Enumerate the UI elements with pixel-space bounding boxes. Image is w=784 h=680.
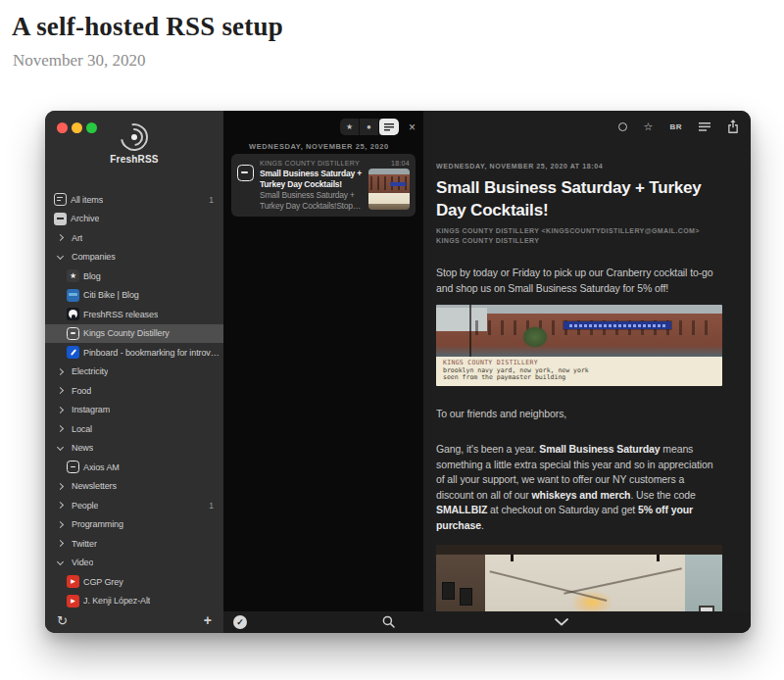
chevron-right-icon (57, 407, 64, 413)
article-content: WEDNESDAY, NOVEMBER 25, 2020 AT 18:04 Sm… (436, 111, 722, 611)
read-filter-segmented-control: ★ ● (340, 119, 399, 135)
search-icon[interactable] (382, 615, 395, 628)
bionic-reading-icon[interactable]: BR (669, 122, 682, 131)
app-name: FreshRSS (45, 154, 223, 165)
sidebar: FreshRSS All items 1 Archive Art Compani… (45, 111, 223, 633)
article-pane: ☆ BR WEDNESDAY, NOVEMBER 25, 2020 AT 18:… (423, 111, 751, 633)
item-title: Small Business Saturday + Turkey Day Coc… (260, 169, 364, 190)
star-article-icon[interactable]: ☆ (644, 121, 654, 132)
archive-icon (54, 213, 67, 225)
youtube-icon: ▶ (67, 575, 79, 588)
sidebar-folder-news[interactable]: News (45, 439, 223, 459)
favicon-dash-icon (67, 327, 79, 340)
refresh-button[interactable]: ↻ (57, 613, 68, 628)
chevron-right-icon (57, 387, 64, 394)
chevron-right-icon (57, 502, 64, 509)
chevron-down-icon (57, 559, 64, 565)
chevron-down-icon (57, 444, 64, 451)
article-author: KINGS COUNTY DISTILLERY <KINGSCOUNTYDIST… (436, 226, 722, 245)
sidebar-item-all-items[interactable]: All items 1 (45, 190, 223, 210)
app-window: FreshRSS All items 1 Archive Art Compani… (45, 111, 751, 633)
sidebar-folder-electricity[interactable]: Electricity (45, 363, 223, 382)
sidebar-folder-people[interactable]: People 1 (45, 496, 223, 515)
list-date-header: WEDNESDAY, NOVEMBER 25, 2020 (249, 142, 389, 151)
article-list-column: ★ ● × WEDNESDAY, NOVEMBER 25, 2020 KINGS… (223, 111, 423, 633)
article-paragraph: Stop by today or Friday to pick up our C… (436, 266, 722, 296)
sidebar-item-pinboard[interactable]: Pinboard - bookmarking for introverts (45, 343, 223, 363)
article-meta: WEDNESDAY, NOVEMBER 25, 2020 AT 18:04 (436, 163, 722, 170)
building-photo (436, 305, 722, 357)
unread-count: 1 (209, 501, 223, 510)
item-preview: Small Business Saturday + Turkey Day Coc… (260, 190, 364, 212)
filter-unread-button[interactable]: ● (360, 119, 379, 135)
article-title: Small Business Saturday + Turkey Day Coc… (436, 176, 722, 221)
sidebar-footer: ↻ + (45, 607, 223, 633)
sidebar-folder-companies[interactable]: Companies (45, 248, 223, 267)
sidebar-item-archive[interactable]: Archive (45, 210, 223, 229)
mark-unread-icon[interactable] (618, 122, 627, 131)
freshrss-logo-icon (121, 123, 148, 151)
sidebar-folder-video[interactable]: Video (45, 554, 223, 573)
sidebar-folder-local[interactable]: Local (45, 419, 223, 439)
pinboard-icon (67, 346, 79, 359)
youtube-icon: ▶ (67, 595, 79, 607)
content-bottom-bar: ✓ (223, 611, 751, 633)
app-brand: FreshRSS (45, 123, 223, 165)
sidebar-item-citi-bike[interactable]: Citi Bike | Blog (45, 286, 223, 306)
item-source: KINGS COUNTY DISTILLERY (260, 160, 360, 167)
share-icon[interactable] (727, 120, 739, 133)
sidebar-item-freshrss-releases[interactable]: FreshRSS releases (45, 305, 223, 324)
sidebar-folder-food[interactable]: Food (45, 381, 223, 401)
article-toolbar: ☆ BR (618, 120, 739, 133)
sidebar-folder-programming[interactable]: Programming (45, 515, 223, 535)
reader-view-icon[interactable] (699, 122, 710, 131)
star-icon: ★ (67, 269, 79, 282)
item-thumbnail (368, 169, 410, 210)
article-image-building: KINGS COUNTY DISTILLERY brooklyn navy ya… (436, 305, 722, 386)
mark-all-read-icon[interactable]: ✓ (233, 615, 247, 629)
article-list-item[interactable]: KINGS COUNTY DISTILLERY 18:04 Small Busi… (231, 154, 416, 217)
citibike-icon (67, 289, 79, 302)
distillery-sign (564, 321, 671, 329)
page-date: November 30, 2020 (13, 51, 146, 71)
chevron-right-icon (57, 425, 64, 432)
unread-count: 1 (209, 195, 223, 205)
chevron-right-icon (57, 234, 64, 241)
favicon-dash-icon (237, 165, 254, 181)
list-filter-toolbar: ★ ● × (340, 119, 418, 135)
article-greeting: To our friends and neighbors, (436, 407, 722, 422)
chevron-right-icon (57, 368, 64, 375)
close-list-button[interactable]: × (406, 121, 418, 133)
article-paragraph: Gang, it's been a year. Small Business S… (436, 442, 722, 533)
sidebar-folder-art[interactable]: Art (45, 228, 223, 248)
sidebar-item-cgp-grey[interactable]: ▶ CGP Grey (45, 572, 223, 592)
sidebar-folder-newsletters[interactable]: Newsletters (45, 477, 223, 497)
sidebar-item-blog[interactable]: ★ Blog (45, 267, 223, 286)
feed-icon (54, 193, 67, 206)
sidebar-folder-twitter[interactable]: Twitter (45, 534, 223, 554)
item-time: 18:04 (391, 160, 410, 167)
list-lines-icon (384, 123, 394, 131)
chevron-right-icon (57, 483, 64, 490)
filter-all-button[interactable] (379, 119, 399, 135)
chevron-right-icon (57, 521, 64, 528)
github-icon (67, 308, 79, 320)
page-title: A self-hosted RSS setup (12, 12, 283, 42)
add-feed-button[interactable]: + (204, 612, 212, 628)
sidebar-item-axios-am[interactable]: Axios AM (45, 458, 223, 477)
chevron-down-icon (57, 253, 64, 260)
image-caption: KINGS COUNTY DISTILLERY brooklyn navy ya… (436, 357, 722, 386)
feed-list: All items 1 Archive Art Companies ★ Blog (45, 190, 223, 610)
filter-starred-button[interactable]: ★ (340, 119, 360, 135)
favicon-dash-icon (67, 461, 79, 473)
sidebar-folder-instagram[interactable]: Instagram (45, 401, 223, 420)
sidebar-item-kings-county-distillery[interactable]: Kings County Distillery (45, 324, 223, 344)
article-image-interior (436, 545, 722, 611)
chevron-right-icon (57, 540, 64, 547)
next-article-chevron-icon[interactable] (555, 618, 567, 625)
